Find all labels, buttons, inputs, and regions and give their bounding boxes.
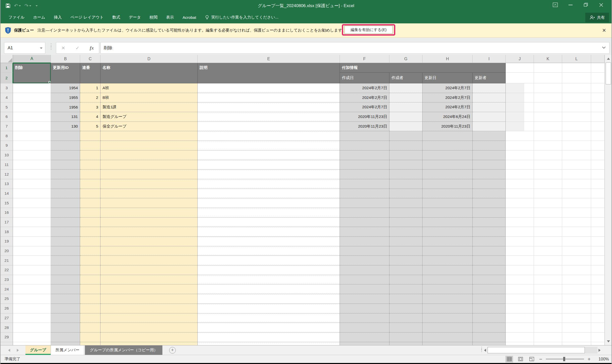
cell-I15[interactable] [473, 198, 506, 208]
cell-K25[interactable] [534, 294, 562, 304]
cell-A19[interactable] [13, 237, 51, 246]
cell-K7[interactable] [534, 122, 562, 131]
cell-L1[interactable] [562, 63, 591, 73]
cell-A21[interactable] [13, 256, 51, 265]
cell-I30[interactable] [473, 342, 506, 345]
cell-K24[interactable] [534, 284, 562, 294]
row-header-16[interactable]: 16 [1, 208, 13, 218]
cell-L15[interactable] [562, 198, 591, 208]
cell-K18[interactable] [534, 227, 562, 237]
cell-C18[interactable] [80, 227, 100, 237]
cell-J11[interactable] [506, 160, 534, 170]
cell-B7[interactable]: 130 [51, 122, 80, 131]
cell-G3[interactable] [389, 83, 422, 93]
cell-I28[interactable] [473, 323, 506, 332]
cell-C6[interactable]: 4 [80, 112, 100, 122]
cell-A22[interactable] [13, 265, 51, 275]
cell-I27[interactable] [473, 313, 506, 323]
cell-H22[interactable] [422, 265, 473, 275]
cell-F14[interactable] [340, 189, 389, 199]
cell-M9[interactable] [591, 141, 605, 150]
cell-C23[interactable] [80, 275, 100, 285]
row-header-12[interactable]: 12 [1, 170, 13, 179]
cell-J28[interactable] [506, 323, 534, 332]
cell-D8[interactable] [100, 131, 198, 141]
cell-H14[interactable] [422, 189, 473, 199]
cell-H30[interactable] [422, 342, 473, 345]
ribbon-tab-数式[interactable]: 数式 [108, 11, 125, 23]
ribbon-tab-file[interactable]: ファイル [4, 11, 29, 23]
cell-E8[interactable] [198, 131, 340, 141]
cell-J19[interactable] [506, 237, 534, 246]
cell-B9[interactable] [51, 141, 80, 150]
cell-A30[interactable] [13, 342, 51, 345]
cell-E30[interactable] [198, 342, 340, 345]
cell-E9[interactable] [198, 141, 340, 150]
cell-L20[interactable] [562, 246, 591, 256]
undo-icon[interactable]: ↶ [14, 3, 21, 9]
cell-M2[interactable] [591, 73, 605, 83]
cell-G15[interactable] [389, 198, 422, 208]
cell-I17[interactable] [473, 218, 506, 227]
cell-G26[interactable] [389, 304, 422, 313]
cell-C24[interactable] [80, 284, 100, 294]
cell-L18[interactable] [562, 227, 591, 237]
cell-L4[interactable] [562, 93, 591, 103]
cell-K10[interactable] [534, 150, 562, 160]
cell-F30[interactable] [340, 342, 389, 345]
cell-A26[interactable] [13, 304, 51, 313]
cell-F5[interactable]: 2024年2月7日 [340, 102, 389, 112]
cell-E19[interactable] [198, 237, 340, 246]
cell-E18[interactable] [198, 227, 340, 237]
cell-H20[interactable] [422, 246, 473, 256]
cell-D23[interactable] [100, 275, 198, 285]
cell-M16[interactable] [591, 208, 605, 218]
cell-M28[interactable] [591, 323, 605, 332]
cell-F12[interactable] [340, 170, 389, 179]
cell-F8[interactable] [340, 131, 389, 141]
cell-K30[interactable] [534, 342, 562, 345]
cell-L7[interactable] [562, 122, 591, 131]
scroll-down-icon[interactable] [605, 338, 611, 345]
cell-K1[interactable] [534, 63, 562, 73]
cell-G22[interactable] [389, 265, 422, 275]
ribbon-tab-Acrobat[interactable]: Acrobat [178, 11, 200, 23]
cell-D19[interactable] [100, 237, 198, 246]
cell-E20[interactable] [198, 246, 340, 256]
cell-M23[interactable] [591, 275, 605, 285]
name-box[interactable]: A1 [4, 42, 45, 54]
cell-F23[interactable] [340, 275, 389, 285]
cell-K2[interactable] [534, 73, 562, 83]
cell-D17[interactable] [100, 218, 198, 227]
cell-L8[interactable] [562, 131, 591, 141]
sheet-tab-2[interactable]: 所属メンバー [51, 345, 84, 355]
cell-C19[interactable] [80, 237, 100, 246]
cell-J20[interactable] [506, 246, 534, 256]
cell-B10[interactable] [51, 150, 80, 160]
row-header-10[interactable]: 10 [1, 150, 13, 160]
cell-B3[interactable]: 1954 [51, 83, 80, 93]
cell-H15[interactable] [422, 198, 473, 208]
row-header-26[interactable]: 26 [1, 304, 13, 313]
cell-M24[interactable] [591, 284, 605, 294]
formula-bar-handle[interactable]: ⋮⋮ [49, 44, 53, 49]
cell-C13[interactable] [80, 179, 100, 189]
cell-C3[interactable]: 1 [80, 83, 100, 93]
cell-E26[interactable] [198, 304, 340, 313]
column-header-K[interactable]: K [534, 55, 562, 63]
row-header-11[interactable]: 11 [1, 160, 13, 170]
cell-E14[interactable] [198, 189, 340, 199]
cell-H5[interactable]: 2024年2月7日 [422, 102, 473, 112]
column-header-H[interactable]: H [422, 55, 473, 63]
cell-E29[interactable] [198, 332, 340, 342]
cell-F15[interactable] [340, 198, 389, 208]
cell-G16[interactable] [389, 208, 422, 218]
row-header-6[interactable]: 6 [1, 112, 13, 122]
cell-G2[interactable]: 作成者 [389, 73, 422, 83]
cell-K20[interactable] [534, 246, 562, 256]
customize-quick-access-icon[interactable] [35, 5, 38, 6]
row-header-29[interactable]: 29 [1, 332, 13, 342]
cell-A29[interactable] [13, 332, 51, 342]
cell-D15[interactable] [100, 198, 198, 208]
cell-I24[interactable] [473, 284, 506, 294]
